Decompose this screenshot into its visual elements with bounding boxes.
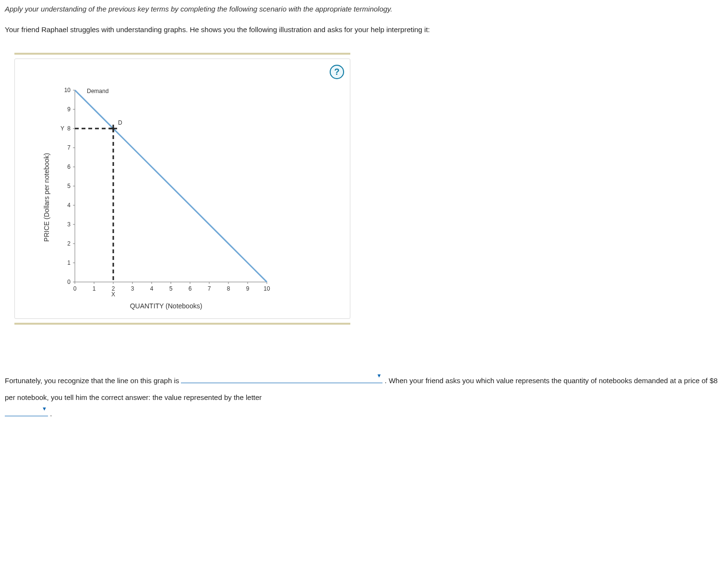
- page: Apply your understanding of the previous…: [0, 0, 728, 451]
- x-tick-7: 7: [208, 285, 211, 292]
- x-tick-5: 5: [169, 285, 173, 292]
- x-ticks: 0 1 2 3 4 5 6 7 8 9 10: [73, 282, 270, 292]
- completion-paragraph: Fortunately, you recognize that the line…: [5, 373, 723, 422]
- dropdown-line-type[interactable]: ▼: [181, 382, 382, 383]
- demand-line: [75, 90, 267, 282]
- y-tick-7: 7: [67, 144, 71, 151]
- y-tick-1: 1: [67, 259, 71, 266]
- x-tick-0: 0: [73, 285, 77, 292]
- caret-down-icon: ▼: [377, 370, 382, 382]
- help-icon[interactable]: ?: [330, 65, 344, 79]
- x-tick-1: 1: [93, 285, 96, 292]
- x-tick-4: 4: [150, 285, 154, 292]
- instruction-text: Apply your understanding of the previous…: [5, 5, 723, 13]
- y-tick-2: 2: [67, 240, 71, 247]
- y-tick-10: 10: [64, 87, 71, 94]
- graph-panel: ? PRICE (Dollars per notebook) 0: [14, 53, 350, 325]
- X-label: X: [111, 291, 115, 298]
- y-tick-6: 6: [67, 164, 71, 170]
- x-tick-8: 8: [227, 285, 230, 292]
- chart-column: 0 1 2 3 4 5 6 7 8 9 10: [53, 85, 279, 310]
- dropdown-letter[interactable]: ▼: [5, 415, 48, 416]
- y-tick-3: 3: [67, 221, 71, 228]
- y-tick-9: 9: [67, 106, 71, 113]
- scenario-text: Your friend Raphael struggles with under…: [5, 25, 723, 34]
- x-tick-6: 6: [189, 285, 192, 292]
- demand-line-label: Demand: [87, 88, 108, 94]
- point-D-label: D: [118, 119, 122, 126]
- x-tick-10: 10: [263, 285, 270, 292]
- panel-top-rule: [14, 53, 350, 55]
- chart-wrap: PRICE (Dollars per notebook) 0 1: [24, 85, 341, 310]
- x-tick-3: 3: [131, 285, 134, 292]
- y-tick-4: 4: [67, 202, 71, 209]
- y-axis-label: PRICE (Dollars per notebook): [43, 153, 50, 242]
- Y-label: Y: [60, 125, 64, 132]
- x-tick-9: 9: [246, 285, 250, 292]
- y-tick-0: 0: [67, 279, 71, 285]
- completion-part1: Fortunately, you recognize that the line…: [5, 376, 181, 385]
- x-axis-label: QUANTITY (Notebooks): [130, 302, 203, 310]
- completion-part3: .: [50, 410, 52, 418]
- graph-box: ? PRICE (Dollars per notebook) 0: [14, 59, 350, 319]
- y-tick-8: 8: [67, 125, 71, 132]
- y-tick-5: 5: [67, 183, 71, 189]
- demand-chart: 0 1 2 3 4 5 6 7 8 9 10: [53, 85, 279, 301]
- y-ticks: 0 1 2 3 4 5 6 7 8 9 10: [64, 87, 75, 285]
- panel-bottom-rule: [14, 323, 350, 325]
- caret-down-icon: ▼: [42, 403, 47, 415]
